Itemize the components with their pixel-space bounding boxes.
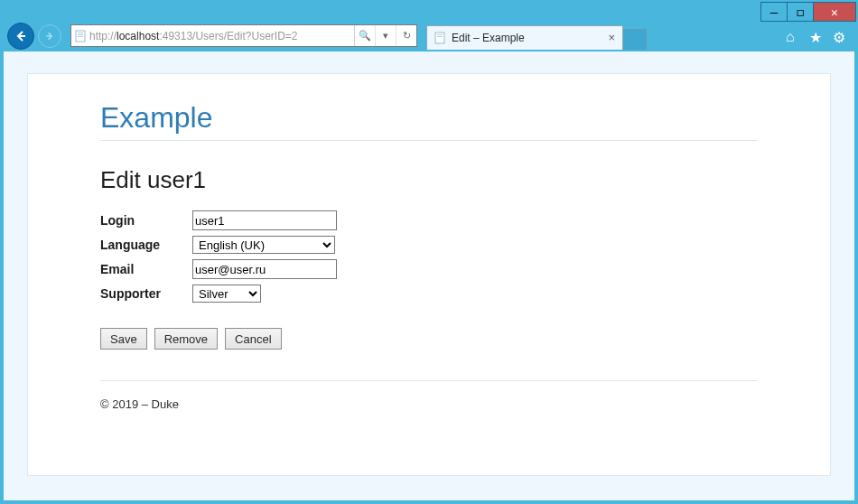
label-login: Login bbox=[100, 213, 192, 228]
page-brand: Example bbox=[100, 101, 758, 141]
tools-icon[interactable]: ⚙ bbox=[833, 29, 847, 43]
page-body: Example Edit user1 Login Language Englis… bbox=[27, 73, 831, 476]
label-email: Email bbox=[100, 262, 192, 276]
page-title: Edit user1 bbox=[100, 166, 758, 194]
address-text: http://localhost:49313/Users/Edit?UserID… bbox=[89, 30, 354, 42]
label-supporter: Supporter bbox=[100, 286, 192, 301]
svg-rect-2 bbox=[78, 34, 83, 35]
svg-rect-1 bbox=[78, 33, 83, 33]
tab-favicon bbox=[433, 31, 447, 45]
address-bar-buttons: 🔍 ▾ ↻ bbox=[354, 25, 416, 46]
minimize-button[interactable]: — bbox=[761, 3, 787, 21]
tab-title: Edit – Example bbox=[452, 32, 606, 44]
forward-button[interactable] bbox=[38, 24, 61, 48]
row-supporter: Supporter Silver bbox=[100, 285, 758, 303]
browser-right-icons: ⌂ ★ ⚙ bbox=[786, 29, 851, 43]
button-row: Save Remove Cancel bbox=[100, 328, 758, 381]
select-language[interactable]: English (UK) bbox=[192, 236, 335, 254]
search-icon[interactable]: 🔍 bbox=[355, 25, 375, 46]
save-button[interactable]: Save bbox=[100, 328, 147, 350]
back-button[interactable] bbox=[7, 23, 34, 50]
url-dropdown-icon[interactable]: ▾ bbox=[375, 25, 396, 46]
row-email: Email bbox=[100, 259, 758, 279]
svg-rect-5 bbox=[437, 34, 443, 35]
select-supporter[interactable]: Silver bbox=[192, 285, 261, 303]
svg-rect-6 bbox=[437, 36, 443, 37]
address-bar[interactable]: http://localhost:49313/Users/Edit?UserID… bbox=[70, 24, 417, 47]
home-icon[interactable]: ⌂ bbox=[786, 29, 800, 43]
tab-strip: Edit – Example × bbox=[426, 25, 648, 50]
url-scheme: http:// bbox=[89, 30, 117, 42]
tab-close-icon[interactable]: × bbox=[606, 31, 617, 44]
url-path: :49313/Users/Edit?UserID=2 bbox=[159, 30, 297, 42]
back-arrow-icon bbox=[14, 29, 28, 43]
svg-rect-3 bbox=[78, 36, 83, 37]
svg-rect-4 bbox=[435, 33, 444, 43]
row-language: Language English (UK) bbox=[100, 236, 758, 254]
new-tab-button[interactable] bbox=[623, 28, 648, 50]
input-login[interactable] bbox=[192, 210, 337, 230]
browser-client-area: Example Edit user1 Login Language Englis… bbox=[4, 51, 854, 500]
page-icon bbox=[71, 30, 89, 42]
titlebar: — ◻ ✕ bbox=[2, 2, 856, 22]
tab-active[interactable]: Edit – Example × bbox=[426, 25, 623, 50]
forward-arrow-icon bbox=[44, 31, 55, 42]
row-login: Login bbox=[100, 210, 758, 230]
page-footer: © 2019 – Duke bbox=[100, 397, 758, 411]
window-controls: — ◻ ✕ bbox=[760, 2, 856, 22]
input-email[interactable] bbox=[192, 259, 337, 279]
maximize-button[interactable]: ◻ bbox=[787, 3, 813, 21]
url-host: localhost bbox=[117, 30, 159, 42]
remove-button[interactable]: Remove bbox=[154, 328, 218, 350]
browser-toolbar: http://localhost:49313/Users/Edit?UserID… bbox=[2, 22, 856, 50]
cancel-button[interactable]: Cancel bbox=[225, 328, 281, 350]
close-button[interactable]: ✕ bbox=[813, 3, 855, 21]
favorites-icon[interactable]: ★ bbox=[809, 29, 824, 43]
refresh-icon[interactable]: ↻ bbox=[396, 25, 416, 46]
window: — ◻ ✕ http://localhost:49313/Users/Edit?… bbox=[0, 0, 858, 504]
label-language: Language bbox=[100, 238, 192, 252]
